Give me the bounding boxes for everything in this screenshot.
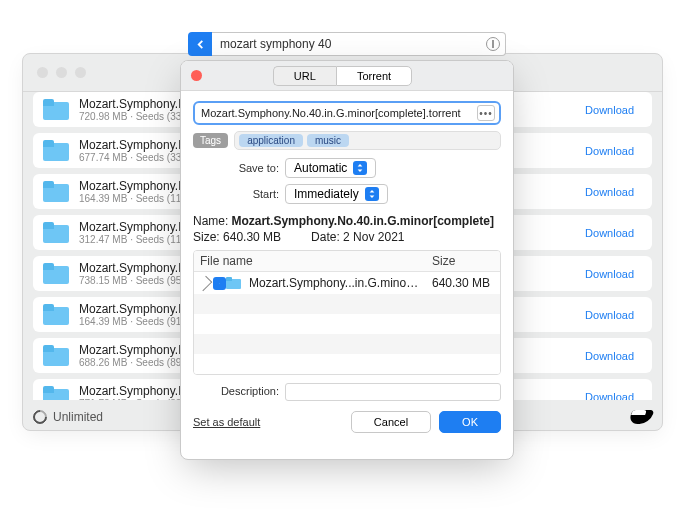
saveto-label: Save to: (193, 162, 279, 174)
status-text: Unlimited (53, 410, 103, 424)
dialog-header: URL Torrent (181, 61, 513, 91)
checkbox[interactable] (213, 277, 226, 290)
pause-icon[interactable] (486, 37, 500, 51)
meta-row: Size: 640.30 MB Date: 2 Nov 2021 (193, 230, 501, 244)
download-link[interactable]: Download (577, 186, 642, 198)
tag-music[interactable]: music (307, 134, 349, 147)
folder-icon (43, 263, 69, 285)
tag-application[interactable]: application (239, 134, 303, 147)
folder-icon (43, 99, 69, 121)
col-filename[interactable]: File name (194, 251, 426, 271)
folder-icon (43, 386, 69, 401)
tab-switch: URL Torrent (273, 66, 412, 86)
description-field[interactable] (285, 383, 501, 401)
download-link[interactable]: Download (577, 350, 642, 362)
set-default-link[interactable]: Set as default (193, 416, 260, 428)
ok-button[interactable]: OK (439, 411, 501, 433)
traffic-lights[interactable] (37, 67, 86, 78)
download-link[interactable]: Download (577, 391, 642, 401)
browse-button[interactable]: ••• (477, 105, 495, 121)
clear-icon[interactable] (630, 410, 652, 424)
download-link[interactable]: Download (577, 145, 642, 157)
tags-bar[interactable]: application music (234, 131, 501, 150)
download-link[interactable]: Download (577, 227, 642, 239)
tab-url[interactable]: URL (273, 66, 336, 86)
folder-icon (43, 345, 69, 367)
download-link[interactable]: Download (577, 268, 642, 280)
download-link[interactable]: Download (577, 309, 642, 321)
download-link[interactable]: Download (577, 104, 642, 116)
name-row: Name: Mozart.Symphony.No.40.in.G.minor[c… (193, 214, 501, 228)
add-download-dialog: URL Torrent Mozart.Symphony.No.40.in.G.m… (180, 60, 514, 460)
size-cell: 640.30 MB (426, 272, 500, 294)
search-input[interactable] (212, 32, 506, 56)
folder-icon (43, 181, 69, 203)
start-select[interactable]: Immediately (285, 184, 388, 204)
description-label: Description: (193, 383, 279, 397)
folder-icon (43, 222, 69, 244)
close-button[interactable] (191, 70, 202, 81)
col-size[interactable]: Size (426, 251, 500, 271)
folder-icon (226, 277, 241, 289)
disclosure-icon[interactable] (197, 275, 213, 291)
files-table: File name Size Mozart.Symphony...in.G.mi… (193, 250, 501, 375)
file-name: Mozart.Symphony.No.40.in.G.minor[complet… (201, 107, 461, 119)
saveto-select[interactable]: Automatic (285, 158, 376, 178)
folder-icon (43, 140, 69, 162)
back-button[interactable] (188, 32, 212, 56)
speed-gauge-icon (30, 407, 50, 427)
tags-label: Tags (193, 133, 228, 148)
folder-icon (43, 304, 69, 326)
file-cell: Mozart.Symphony...in.G.minor[complete] (243, 272, 426, 294)
file-field[interactable]: Mozart.Symphony.No.40.in.G.minor[complet… (193, 101, 501, 125)
table-row[interactable]: Mozart.Symphony...in.G.minor[complete] 6… (194, 272, 500, 294)
start-label: Start: (193, 188, 279, 200)
search-bar (188, 32, 506, 56)
tab-torrent[interactable]: Torrent (336, 66, 412, 86)
cancel-button[interactable]: Cancel (351, 411, 431, 433)
